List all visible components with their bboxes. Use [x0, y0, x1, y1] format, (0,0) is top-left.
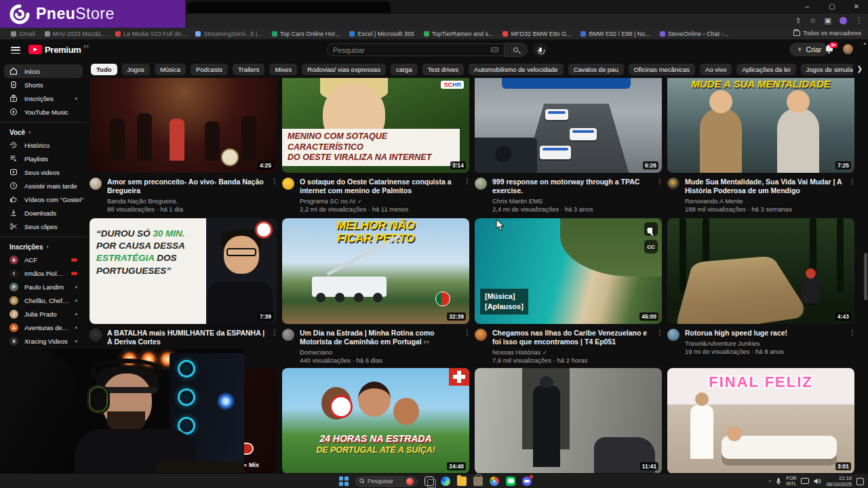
video-thumbnail[interactable]: 24 HORAS NA ESTRADA DE PORTUGAL ATÉ A SU… — [282, 368, 469, 474]
more-options-icon[interactable]: ⋮ — [849, 178, 854, 213]
sidebar-subscription-item[interactable]: A Aventuras de joa... — [4, 321, 83, 334]
video-thumbnail[interactable]: SCHR MENINO COM SOTAQUE CARACTERÍSTICODO… — [282, 78, 469, 173]
sidebar-subscription-item[interactable]: I Irmãos Piologo — [4, 266, 83, 280]
muted-speaker-icon[interactable] — [644, 222, 658, 236]
window-minimize-button[interactable]: – — [797, 3, 817, 10]
video-card[interactable]: FINAL FELIZ 3:01 — [667, 368, 854, 474]
discord-icon[interactable] — [522, 476, 532, 486]
video-title[interactable]: Amor sem preconceito- Ao vivo- Banda Naç… — [107, 178, 266, 195]
filter-chip[interactable]: Mixes — [269, 64, 297, 75]
chips-scroll-right-icon[interactable]: ❯ — [857, 65, 863, 73]
sidebar-section-subscriptions[interactable]: Inscrições › — [0, 241, 87, 253]
video-card[interactable]: 6:26 999 response on motorway through a … — [475, 78, 662, 213]
hamburger-menu-icon[interactable] — [11, 47, 20, 54]
channel-avatar[interactable] — [667, 178, 679, 190]
language-indicator[interactable]: PORINTL — [786, 476, 796, 486]
filter-chip[interactable]: Tudo — [91, 64, 117, 75]
filter-chip[interactable]: Rodovias/ vias expressas — [302, 64, 386, 75]
video-title[interactable]: O sotaque do Oeste Catarinense conquista… — [300, 178, 458, 195]
more-options-icon[interactable]: ⋮ — [271, 178, 277, 213]
sidebar-subscription-item[interactable]: C Chefão, Chefona... — [4, 293, 83, 307]
filter-chip[interactable]: Jogos — [122, 64, 150, 75]
search-button[interactable] — [505, 43, 528, 57]
sidebar-subscription-item[interactable]: X Xracing Videos — [4, 334, 83, 348]
sidebar-section-you[interactable]: Você › — [0, 126, 87, 138]
sidebar-item-downloads[interactable]: Downloads — [4, 206, 83, 220]
filter-chip[interactable]: Podcasts — [191, 64, 228, 75]
sidebar-item-watch-later[interactable]: Assistir mais tarde — [4, 179, 83, 192]
bookmark-item[interactable]: BMW E82 / E88 | No... — [580, 30, 650, 37]
more-options-icon[interactable]: ⋮ — [656, 178, 662, 213]
sidebar-item-subscriptions[interactable]: Inscrições — [4, 92, 83, 105]
video-thumbnail[interactable]: 4:43 — [667, 218, 854, 324]
video-thumbnail[interactable]: “DUROU SÓ 30 MIN. POR CAUSA DESSA ESTRAT… — [90, 218, 277, 324]
scrollbar-thumb[interactable] — [864, 253, 867, 300]
bookmark-item[interactable]: Excel | Microsoft 365 — [349, 30, 414, 37]
video-channel[interactable]: Banda Nação Bregueira. — [107, 197, 266, 205]
youtube-premium-logo[interactable]: Premium PT — [28, 45, 89, 55]
filter-chip[interactable]: Automobilismo de velocidade — [469, 64, 564, 75]
keyboard-icon[interactable] — [491, 47, 498, 52]
notification-center-icon[interactable] — [856, 478, 864, 485]
sidebar-item-your-videos[interactable]: Seus videos — [4, 165, 83, 179]
filter-chip[interactable]: carga — [391, 64, 418, 75]
video-thumbnail[interactable]: 4:25 — [90, 78, 277, 173]
search-input[interactable]: Pesquisar — [327, 43, 505, 56]
scroll-up-arrow-icon[interactable]: ▲ — [863, 41, 867, 45]
video-title[interactable]: Chegamos nas Ilhas do Caribe Venezuelano… — [492, 329, 651, 346]
browser-menu-icon[interactable]: ⋮ — [855, 16, 863, 25]
captions-icon[interactable]: CC — [644, 240, 658, 253]
video-card[interactable]: 24 HORAS NA ESTRADA DE PORTUGAL ATÉ A SU… — [282, 368, 469, 474]
taskbar-clock[interactable]: 21:1908/10/2025 — [826, 475, 852, 487]
tab-group-icon[interactable]: ▣ — [825, 16, 831, 25]
channel-avatar[interactable] — [282, 329, 294, 341]
video-card[interactable]: 4:43 Rotorua high speed luge race! Trave… — [667, 218, 854, 355]
window-close-button[interactable]: ✕ — [846, 3, 867, 10]
video-card[interactable]: “DUROU SÓ 30 MIN. POR CAUSA DESSA ESTRAT… — [90, 218, 277, 364]
line-app-icon[interactable] — [506, 476, 515, 486]
video-card[interactable]: MELHOR NÃOFICAR PERTO 32:39 Um Dia na Es… — [282, 218, 469, 364]
window-maximize-button[interactable]: ▢ — [822, 3, 842, 10]
video-thumbnail[interactable]: FINAL FELIZ 3:01 — [667, 368, 854, 474]
bookmark-item[interactable]: Gmail — [11, 30, 35, 37]
video-card[interactable]: CC [Música][Aplausos] 45:00 Chegamos nas… — [475, 218, 662, 364]
channel-avatar[interactable] — [90, 329, 102, 341]
bookmark-item[interactable]: MAV-2023 Mazda... — [45, 30, 106, 37]
create-button[interactable]: ＋Criar — [789, 43, 828, 56]
video-card[interactable]: MUDE A SUA MENTALIDADE 7:25 Mude Sua Men… — [667, 78, 854, 213]
video-thumbnail[interactable]: MUDE A SUA MENTALIDADE 7:25 — [667, 78, 854, 173]
sidebar-item-your-clips[interactable]: Seus clipes — [4, 220, 83, 233]
file-explorer-icon[interactable] — [457, 476, 467, 486]
filter-chip[interactable]: Oficinas mecânicas — [629, 64, 695, 75]
video-title[interactable]: A BATALHA mais HUMILHANTE da ESPANHA | À… — [107, 329, 266, 346]
sidebar-item-playlists[interactable]: Playlists — [4, 152, 83, 165]
channel-avatar[interactable] — [475, 178, 487, 190]
account-avatar[interactable] — [843, 44, 853, 54]
video-card[interactable]: 11:41 — [475, 368, 662, 474]
sidebar-item-shorts[interactable]: Shorts — [4, 78, 83, 92]
channel-avatar[interactable] — [90, 178, 102, 190]
more-options-icon[interactable]: ⋮ — [849, 329, 854, 355]
briefcase-app-icon[interactable] — [473, 476, 483, 486]
video-thumbnail[interactable]: 11:41 — [475, 368, 662, 474]
start-button[interactable] — [339, 476, 349, 486]
filter-chip[interactable]: Aplicações da lei — [736, 64, 795, 75]
chrome-icon[interactable] — [490, 476, 499, 486]
filter-chip[interactable]: Test drives — [422, 64, 464, 75]
channel-avatar[interactable] — [475, 329, 487, 341]
video-thumbnail[interactable]: 6:26 — [475, 78, 662, 173]
active-tab[interactable] — [187, 1, 391, 14]
all-bookmarks-button[interactable]: Todos os marcadores — [793, 30, 861, 37]
sidebar-item-home[interactable]: Início — [4, 64, 83, 78]
filter-chip[interactable]: Ao vivo — [700, 64, 732, 75]
task-view-button[interactable] — [425, 476, 434, 486]
video-channel[interactable]: Travel&Adventure Junkies — [685, 340, 844, 347]
video-channel[interactable]: Domeciano — [300, 348, 458, 356]
sidebar-subscription-item[interactable]: A ACF — [4, 253, 83, 266]
bookmark-item[interactable]: La Media V23 Full de... — [115, 30, 186, 37]
bookmark-star-icon[interactable]: ☆ — [810, 16, 816, 25]
sidebar-item-history[interactable]: Histórico — [4, 138, 83, 152]
video-thumbnail-preview-playing[interactable]: CC [Música][Aplausos] 45:00 — [475, 218, 662, 324]
sidebar-subscription-item[interactable]: J Julia Prado — [4, 307, 83, 321]
edge-icon[interactable] — [441, 476, 450, 486]
